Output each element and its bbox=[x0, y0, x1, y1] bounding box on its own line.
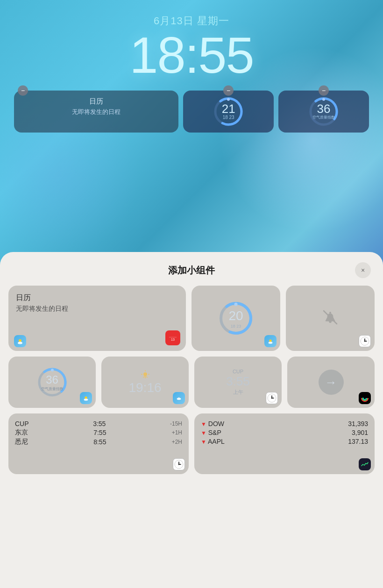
sun-icon-container bbox=[140, 369, 150, 379]
stock-row-dow: ▼ DOW 31,393 bbox=[201, 420, 368, 427]
lock-cal-title: 日历 bbox=[21, 97, 171, 106]
aqi-gauge-sm: 36 空气质量指数 bbox=[36, 366, 69, 399]
svg-point-38 bbox=[271, 398, 273, 399]
sheet-close-button[interactable]: × bbox=[355, 262, 371, 278]
time-label: 18:55 bbox=[0, 28, 383, 82]
clock-badge-silent bbox=[359, 335, 371, 347]
sunrise-icon bbox=[140, 369, 150, 379]
temp-gauge-widget[interactable]: 20 18 23 bbox=[192, 286, 280, 351]
lock-temp-widget[interactable]: − 21 18 23 bbox=[183, 91, 274, 133]
svg-rect-10 bbox=[169, 337, 177, 337]
aqi-gauge: 36 空气质量指数 bbox=[307, 95, 340, 128]
svg-point-12 bbox=[18, 342, 22, 344]
weather-badge-calendar bbox=[14, 335, 26, 347]
weather-badge-aqi bbox=[80, 392, 92, 404]
svg-point-23 bbox=[364, 341, 366, 342]
remove-aqi-btn[interactable]: − bbox=[319, 85, 329, 96]
cup-city-label: CUP bbox=[233, 369, 243, 374]
calendar-app-icon: 13 bbox=[165, 330, 180, 345]
stocks-widget[interactable]: ▼ DOW 31,393 ▼ S&P 3,901 ▼ AAPL 137.13 bbox=[194, 413, 375, 474]
weather-badge-time bbox=[173, 392, 185, 404]
sheet-header: 添加小组件 × bbox=[8, 252, 375, 286]
temp-range: 18 23 bbox=[223, 115, 234, 120]
lock-aqi-widget[interactable]: − 36 空气质量指数 bbox=[278, 91, 369, 133]
svg-point-45 bbox=[178, 464, 180, 465]
calendar-widget-large[interactable]: 日历 无即将发生的日程 13 bbox=[8, 286, 186, 351]
remove-temp-btn[interactable]: − bbox=[223, 85, 234, 96]
bell-slash-icon bbox=[321, 308, 340, 329]
worldclock-widget[interactable]: CUP 3:55 -15H 东京 7:55 +1H 悉尼 8:55 +2H bbox=[8, 413, 189, 474]
lock-screen-widgets: − 日历 无即将发生的日程 − 21 18 23 bbox=[0, 91, 383, 133]
temp-gauge: 21 18 23 bbox=[212, 95, 245, 128]
cup-time-widget[interactable]: CUP 3:55 上午 bbox=[194, 357, 282, 408]
svg-text:13: 13 bbox=[171, 338, 175, 341]
lock-cal-sub: 无即将发生的日程 bbox=[21, 108, 171, 116]
weather-badge-temp bbox=[264, 335, 277, 347]
silent-widget[interactable] bbox=[286, 286, 375, 351]
temp-gauge-sm: 20 18 23 bbox=[217, 300, 255, 337]
svg-point-27 bbox=[85, 397, 87, 399]
stock-row-sp: ▼ S&P 3,901 bbox=[201, 429, 368, 436]
svg-point-41 bbox=[363, 397, 366, 399]
widget-grid-row-3: CUP 3:55 -15H 东京 7:55 +1H 悉尼 8:55 +2H bbox=[8, 413, 375, 474]
calendar-widget-sub: 无即将发生的日程 bbox=[16, 305, 178, 313]
stock-row-aapl: ▼ AAPL 137.13 bbox=[201, 438, 368, 445]
temp-gauge-number: 21 18 23 bbox=[212, 95, 245, 128]
sheet-title: 添加小组件 bbox=[28, 264, 355, 277]
cup-ampm-label: 上午 bbox=[233, 389, 243, 396]
svg-point-17 bbox=[269, 342, 273, 343]
lock-calendar-widget[interactable]: − 日历 无即将发生的日程 bbox=[14, 91, 178, 133]
lock-screen: 6月13日 星期一 18:55 − 日历 无即将发生的日程 − 21 18 23 bbox=[0, 0, 383, 133]
arrow-widget[interactable]: → bbox=[287, 357, 375, 408]
add-widget-sheet: 添加小组件 × 日历 无即将发生的日程 13 bbox=[0, 252, 383, 588]
remove-calendar-btn[interactable]: − bbox=[18, 85, 28, 96]
worldclock-row-sydney: 悉尼 8:55 +2H bbox=[15, 438, 182, 446]
time-widget-value: 19:16 bbox=[128, 380, 161, 395]
aqi-gauge-number: 36 空气质量指数 bbox=[307, 95, 340, 128]
cup-time-value: 3:55 bbox=[226, 374, 250, 389]
widget-grid-row-2: 36 空气质量指数 bbox=[8, 357, 375, 408]
aqi-widget[interactable]: 36 空气质量指数 bbox=[8, 357, 96, 408]
worldclock-row-cup: CUP 3:55 -15H bbox=[15, 420, 182, 427]
svg-point-28 bbox=[84, 399, 88, 400]
temp-range-sm: 18 23 bbox=[231, 324, 241, 329]
worldclock-row-tokyo: 东京 7:55 +1H bbox=[15, 428, 182, 437]
clock-badge-worldclock bbox=[173, 458, 185, 470]
svg-point-16 bbox=[269, 340, 271, 342]
calendar-widget-title: 日历 bbox=[16, 293, 178, 303]
activity-badge bbox=[359, 392, 371, 404]
time-widget[interactable]: 19:16 bbox=[101, 357, 189, 408]
svg-point-29 bbox=[143, 372, 147, 376]
stocks-badge bbox=[359, 458, 371, 470]
clock-badge-cup bbox=[266, 392, 278, 404]
arrow-circle: → bbox=[319, 370, 344, 395]
svg-point-34 bbox=[177, 398, 181, 400]
widget-grid-row-1: 日历 无即将发生的日程 13 bbox=[8, 286, 375, 351]
svg-point-18 bbox=[329, 312, 331, 314]
